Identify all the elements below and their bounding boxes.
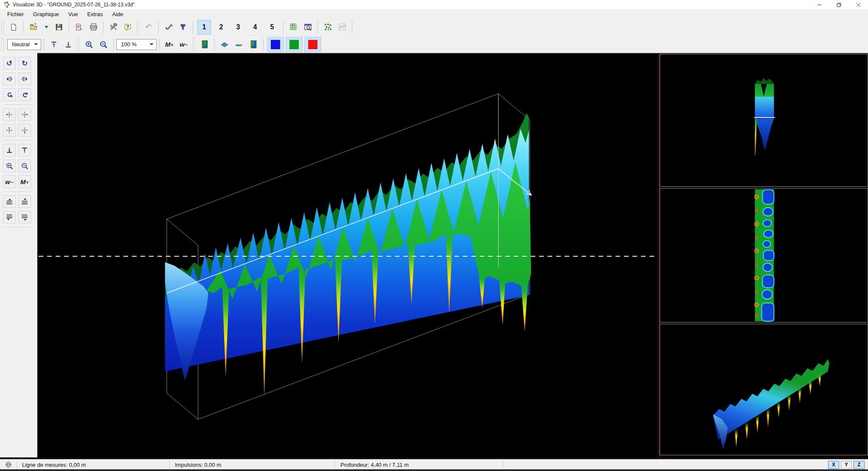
lines-remove-bottom-button[interactable] — [18, 211, 31, 224]
peak-increase-button[interactable]: M+ — [162, 37, 177, 52]
view-3d-icon — [220, 40, 229, 49]
print-icon — [90, 23, 98, 31]
view-1-button[interactable]: 1 — [197, 20, 211, 34]
lines-remove-top-button[interactable] — [18, 195, 31, 208]
main-3d-viewport[interactable] — [38, 53, 658, 457]
signal-decrease-button[interactable]: w− — [3, 175, 16, 188]
save-button[interactable] — [52, 20, 66, 34]
colored-check-icon — [165, 23, 173, 31]
move-up-icon — [6, 126, 13, 134]
signal-chart-button — [335, 20, 349, 34]
rotate-y-left-button[interactable] — [3, 73, 16, 85]
ground-up-button[interactable] — [18, 144, 31, 157]
view-flat-button[interactable] — [232, 37, 246, 52]
rotate-x-up-button[interactable]: ↺ — [3, 57, 16, 70]
help-button[interactable]: ? — [121, 20, 135, 34]
peak-decrease-button[interactable]: w− — [177, 37, 191, 52]
lines-add-bottom-button[interactable] — [3, 211, 16, 224]
open-folder-icon — [30, 23, 38, 31]
filter-button[interactable] — [176, 20, 190, 34]
heatmap-view-2-button[interactable] — [246, 37, 261, 52]
mini-3d-panel[interactable] — [660, 324, 868, 455]
blue-square-icon — [271, 40, 280, 49]
ground-down-button[interactable] — [3, 144, 16, 157]
separator — [352, 21, 352, 34]
flip-left-icon — [6, 75, 13, 83]
move-left-button[interactable] — [3, 108, 16, 121]
scatter-view-button[interactable] — [320, 20, 335, 34]
rotate-x-down-button[interactable]: ↻ — [18, 57, 31, 70]
palette-select[interactable]: Neutral — [7, 39, 41, 50]
zoom-in-button[interactable] — [82, 37, 96, 52]
view-3d-tilt-button[interactable] — [217, 37, 232, 52]
open-file-dropdown[interactable] — [41, 20, 52, 34]
menu-item-aide[interactable]: Aide — [107, 10, 128, 18]
rotate-z-ccw-button[interactable]: ↺ — [3, 88, 16, 101]
lines-add-top-button[interactable] — [3, 195, 16, 208]
signal-increase-button[interactable]: M+ — [18, 175, 31, 188]
move-left-icon — [6, 111, 13, 118]
toolbar-drag-handle[interactable] — [1, 20, 4, 34]
move-down-button[interactable] — [18, 124, 31, 137]
rotate-y-right-button[interactable] — [18, 73, 31, 85]
level-top-button[interactable] — [47, 37, 61, 52]
funnel-icon — [179, 23, 187, 31]
print-button[interactable] — [86, 20, 101, 34]
side-view-x-panel[interactable] — [660, 54, 868, 187]
axis-x-button[interactable]: X — [828, 461, 839, 469]
open-file-button[interactable] — [26, 20, 41, 34]
rotate-z-cw-button[interactable]: ↻ — [18, 88, 31, 101]
toolbar-drag-handle[interactable] — [136, 20, 139, 34]
zoom-window-button[interactable] — [301, 20, 315, 34]
color-blue-button[interactable] — [267, 37, 284, 52]
view-2-button[interactable]: 2 — [214, 20, 228, 34]
sidebar-zoom-out-button[interactable] — [18, 160, 31, 172]
move-up-button[interactable] — [3, 124, 16, 137]
color-green-button[interactable] — [286, 37, 303, 52]
view-3-button[interactable]: 3 — [231, 20, 245, 34]
zoom-level-value: 100 % — [121, 41, 137, 48]
zoom-out-button[interactable] — [96, 37, 111, 52]
export-report-button[interactable] — [72, 20, 86, 34]
svg-text:?: ? — [126, 24, 129, 29]
scan-lines-up-bottom-icon — [6, 213, 13, 221]
restore-button[interactable] — [829, 0, 848, 9]
palette-value: Neutral — [12, 41, 30, 48]
grid-view-button[interactable] — [286, 20, 301, 34]
undo-button: ↶ — [141, 20, 156, 34]
mini-3d-view — [660, 324, 868, 455]
sidebar-zoom-in-button[interactable] — [3, 160, 16, 172]
move-down-icon — [21, 126, 28, 134]
menu-item-vue[interactable]: Vue — [64, 10, 83, 18]
menu-item-graphique[interactable]: Graphique — [28, 10, 64, 18]
arrow-up-to-bar-icon — [50, 41, 58, 48]
view-4-button[interactable]: 4 — [248, 20, 262, 34]
toolbar-drag-handle[interactable] — [1, 37, 4, 52]
help-icon: ? — [124, 23, 132, 31]
color-red-button[interactable] — [304, 37, 321, 52]
line-chart-icon — [338, 23, 346, 31]
menu-item-extras[interactable]: Extras — [82, 10, 107, 18]
heatmap-view-button[interactable] — [197, 37, 212, 52]
view-5-button[interactable]: 5 — [265, 20, 279, 34]
minimize-button[interactable] — [809, 0, 829, 9]
level-bottom-button[interactable] — [61, 37, 76, 52]
rotate-ccw-z-icon: ↺ — [6, 92, 13, 98]
statusbar: Ligne de mesures: 0,00 m Impulsions: 0,0… — [0, 459, 868, 470]
axis-y-button[interactable]: Y — [841, 461, 852, 469]
menu-item-fichier[interactable]: Fichier — [3, 10, 28, 18]
move-right-button[interactable] — [18, 108, 31, 121]
close-button[interactable] — [848, 0, 868, 9]
settings-tools-button[interactable] — [106, 20, 121, 34]
apply-values-button[interactable] — [161, 20, 176, 34]
toolbar-drag-handle[interactable] — [192, 37, 195, 52]
chevron-down-icon — [149, 43, 154, 45]
arrow-down-bar-icon — [6, 146, 13, 154]
new-file-button[interactable] — [6, 20, 21, 34]
status-measure-line: Ligne de mesures: 0,00 m — [17, 460, 170, 470]
axis-z-button[interactable]: Z — [854, 461, 865, 469]
zoom-level-select[interactable]: 100 % — [116, 39, 157, 50]
toolbar-drag-handle[interactable] — [77, 37, 79, 52]
top-view-y-panel[interactable] — [660, 188, 868, 322]
scan-3d-surface — [38, 54, 657, 457]
